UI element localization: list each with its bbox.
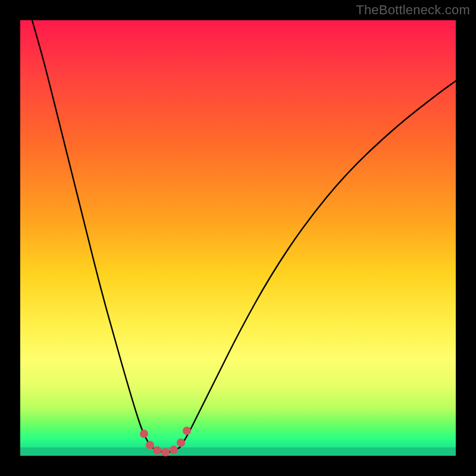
valley-dot xyxy=(177,439,185,447)
curve-left xyxy=(32,20,152,447)
watermark-text: TheBottleneck.com xyxy=(356,2,470,18)
curve-right xyxy=(180,81,456,447)
valley-dot xyxy=(161,448,170,456)
valley-dot xyxy=(183,427,191,435)
curve-svg xyxy=(20,20,456,456)
valley-dot xyxy=(140,430,148,438)
chart-frame: TheBottleneck.com xyxy=(0,0,476,476)
valley-dot xyxy=(153,446,161,455)
valley-dot xyxy=(146,441,154,449)
plot-area xyxy=(20,20,456,456)
valley-dot xyxy=(170,446,178,454)
